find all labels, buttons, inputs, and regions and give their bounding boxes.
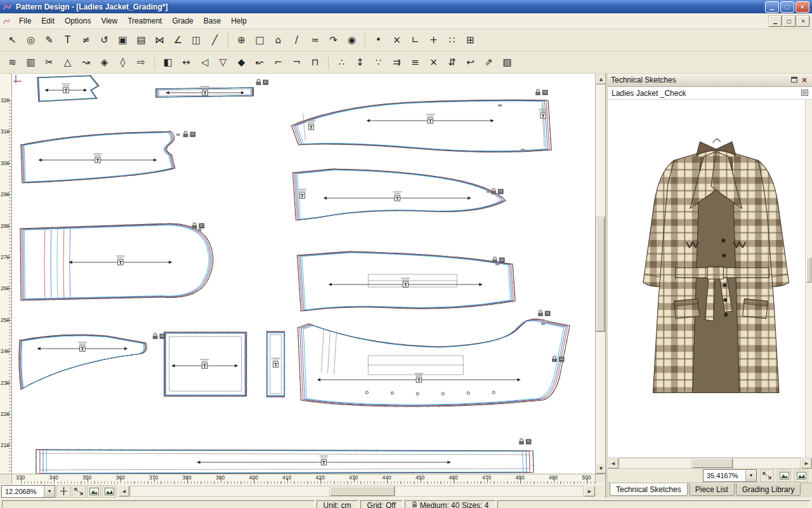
facing-tool-icon[interactable]: ◈: [95, 53, 114, 71]
canvas-vertical-scrollbar[interactable]: ▲ ▼: [595, 74, 605, 474]
pattern-canvas-svg[interactable]: TTTTTTTTTTTTTTT: [12, 74, 595, 474]
duplicate-piece-tool-icon[interactable]: ▤: [132, 31, 150, 49]
v-scroll-track[interactable]: [596, 84, 605, 463]
pattern-piece-lower-sleeve[interactable]: T: [20, 223, 213, 300]
mirror-fold-tool-icon[interactable]: ◧: [159, 53, 177, 71]
diagonal-line-tool-icon[interactable]: ╱: [206, 31, 224, 49]
show-pieces-button[interactable]: [87, 485, 101, 498]
mdi-restore-button[interactable]: ▢: [783, 16, 796, 27]
grade-delete-tool-icon[interactable]: ×: [424, 53, 443, 71]
add-point-tool-icon[interactable]: +: [424, 31, 443, 49]
cut-tool-icon[interactable]: ✂: [40, 53, 58, 71]
intersect-point-tool-icon[interactable]: ×: [388, 31, 406, 49]
rotate-tool-icon[interactable]: ↺: [95, 31, 114, 49]
flip-horizontal-tool-icon[interactable]: ↔: [177, 53, 195, 71]
pan-button[interactable]: [56, 485, 70, 498]
sketch-properties-icon[interactable]: [801, 89, 808, 98]
menu-options[interactable]: Options: [60, 15, 96, 27]
chevron-down-icon[interactable]: ▾: [44, 486, 55, 497]
rectangle-tool-icon[interactable]: □: [251, 31, 269, 49]
grade-swap-tool-icon[interactable]: ⇵: [443, 53, 461, 71]
bridge-tool-icon[interactable]: ⊓: [306, 53, 324, 71]
grade-copy-tool-icon[interactable]: ∵: [369, 53, 388, 71]
angle-tool-icon[interactable]: ∠: [169, 31, 187, 49]
toolbar-separator[interactable]: [328, 55, 329, 70]
delete-line-tool-icon[interactable]: ≠: [77, 31, 95, 49]
corner-in-tool-icon[interactable]: ⌐: [269, 53, 287, 71]
show-sketch-button[interactable]: [102, 485, 116, 498]
flip-left-tool-icon[interactable]: ◁: [195, 53, 214, 71]
point-tool-icon[interactable]: •: [369, 31, 388, 49]
panel-h-scroll-track[interactable]: [619, 458, 801, 469]
pattern-piece-upper-sleeve[interactable]: TTT: [292, 90, 552, 152]
zoom-tool-icon[interactable]: ◎: [22, 31, 40, 49]
pattern-piece-waistband[interactable]: T: [156, 79, 268, 97]
grid-point-tool-icon[interactable]: ⊞: [461, 31, 480, 49]
corner-out-tool-icon[interactable]: ¬: [287, 53, 306, 71]
sketch-viewport[interactable]: [608, 100, 812, 457]
grade-direction-tool-icon[interactable]: ⇗: [480, 53, 498, 71]
pattern-piece-collar[interactable]: T: [37, 76, 99, 102]
menu-edit[interactable]: Edit: [36, 15, 60, 27]
pattern-canvas[interactable]: TTTTTTTTTTTTTTT: [12, 74, 595, 474]
pattern-piece-front-panel[interactable]: T: [298, 251, 516, 311]
seam-allowance-tool-icon[interactable]: ≋: [3, 53, 22, 71]
mirror-piece-tool-icon[interactable]: ⋈: [150, 31, 169, 49]
pattern-piece-facing[interactable]: T: [19, 335, 147, 389]
sketch-zoom-select[interactable]: 35.4167% ▾: [703, 469, 757, 482]
curve-adjust-tool-icon[interactable]: ↝: [77, 53, 95, 71]
maximize-button[interactable]: ▢: [780, 1, 794, 13]
pattern-piece-front-yoke[interactable]: T: [21, 131, 195, 183]
panel-h-scroll-thumb[interactable]: [692, 458, 733, 468]
h-scroll-thumb[interactable]: [330, 486, 395, 496]
panel-close-icon[interactable]: ×: [800, 76, 809, 84]
select-tool-icon[interactable]: ↖: [3, 31, 22, 49]
menu-grade[interactable]: Grade: [167, 15, 198, 27]
flip-down-tool-icon[interactable]: ▽: [214, 53, 232, 71]
mdi-minimize-button[interactable]: ▁: [769, 16, 782, 27]
chevron-down-icon[interactable]: ▾: [745, 470, 756, 481]
polygon-tool-icon[interactable]: ⌂: [269, 31, 287, 49]
scroll-left-icon[interactable]: ◀: [119, 486, 129, 497]
panel-vertical-scrollbar[interactable]: [805, 100, 812, 457]
unfold-tool-icon[interactable]: ↜: [251, 53, 269, 71]
pleat-tool-icon[interactable]: ◆: [232, 53, 251, 71]
perpendicular-point-tool-icon[interactable]: ∟: [406, 31, 424, 49]
pattern-piece-tab[interactable]: T: [267, 331, 285, 397]
sketch-preview-button[interactable]: [777, 469, 791, 482]
mdi-close-button[interactable]: ×: [797, 16, 809, 27]
panel-float-icon[interactable]: [791, 76, 797, 84]
canvas-zoom-select[interactable]: 12.2068% ▾: [1, 485, 55, 498]
panel-v-scroll-thumb[interactable]: [806, 257, 811, 283]
circle-tool-icon[interactable]: ⊕: [232, 31, 251, 49]
pattern-piece-back-panel[interactable]: T: [298, 311, 570, 407]
direction-tool-icon[interactable]: ⇨: [132, 53, 150, 71]
target-circle-tool-icon[interactable]: ◉: [343, 31, 361, 49]
canvas-horizontal-scroll-track[interactable]: [130, 486, 584, 497]
sketch-fit-button[interactable]: [760, 469, 774, 482]
toolbar-separator[interactable]: [365, 32, 365, 48]
sketch-preview-alt-button[interactable]: [794, 469, 808, 482]
measure-tool-icon[interactable]: ✎: [40, 31, 58, 49]
menu-base[interactable]: Base: [199, 15, 226, 27]
tab-piece-list[interactable]: Piece List: [689, 483, 735, 496]
tab-technical-sketches[interactable]: Technical Sketches: [610, 483, 688, 496]
pattern-piece-side-panel[interactable]: TT: [293, 169, 506, 220]
split-piece-tool-icon[interactable]: ◫: [187, 31, 206, 49]
dart-tool-icon[interactable]: △: [58, 53, 77, 71]
grade-vertical-tool-icon[interactable]: ↕: [351, 53, 369, 71]
grade-parallel-tool-icon[interactable]: ⇉: [388, 53, 406, 71]
toolbar-separator[interactable]: [154, 55, 155, 70]
arc-tool-icon[interactable]: ↷: [324, 31, 343, 49]
grade-library-tool-icon[interactable]: ▨: [498, 53, 516, 71]
curve-tool-icon[interactable]: ≈: [306, 31, 324, 49]
menu-help[interactable]: Help: [226, 15, 252, 27]
menu-treatment[interactable]: Treatment: [122, 15, 167, 27]
menu-file[interactable]: File: [14, 15, 36, 27]
fit-view-button[interactable]: [72, 485, 86, 498]
copy-piece-tool-icon[interactable]: ▣: [114, 31, 132, 49]
v-scroll-thumb[interactable]: [596, 217, 605, 332]
toolbar-separator[interactable]: [228, 32, 228, 48]
text-tool-icon[interactable]: T: [58, 31, 77, 49]
grade-rules-tool-icon[interactable]: ≡: [406, 53, 424, 71]
